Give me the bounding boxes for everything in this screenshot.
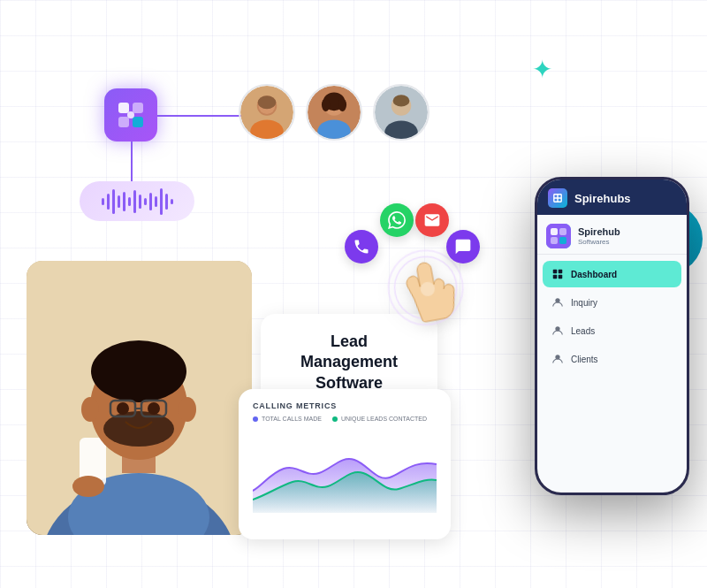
legend-dot-calls [253,416,258,422]
phone-header-logo-icon [548,188,567,208]
whatsapp-icon [380,203,414,237]
svg-rect-3 [133,117,143,127]
svg-rect-2 [118,117,129,127]
svg-rect-41 [559,228,566,235]
svg-rect-40 [551,228,558,235]
star-decoration: ✦ [532,57,552,82]
legend-item-calls: TOTAL CALLS MADE [253,416,322,422]
svg-point-32 [148,402,160,415]
email-icon [415,203,449,237]
svg-rect-39 [546,224,571,248]
sidebar-logo-sub: Softwares [578,238,620,246]
nav-label-inquiry: Inquiry [571,298,597,308]
avatars-row [239,84,430,141]
nav-label-dashboard: Dashboard [571,270,617,279]
svg-point-14 [322,98,330,111]
svg-rect-44 [553,270,558,274]
phone-header: Spirehubs [537,179,687,215]
svg-point-9 [258,95,277,109]
nav-item-leads[interactable]: Leads [543,317,681,344]
sidebar-logo-text: Spirehub [578,226,620,238]
legend-dot-leads [332,416,338,422]
svg-rect-46 [553,275,558,279]
svg-point-4 [127,111,134,118]
metrics-title: CALLING METRICS [253,401,437,410]
leads-icon [551,325,564,337]
phone-nav: Dashboard Inquiry [537,255,687,493]
nav-item-inquiry[interactable]: Inquiry [543,289,681,316]
svg-point-31 [117,402,129,415]
svg-rect-43 [559,237,566,244]
metrics-legend: TOTAL CALLS MADE UNIQUE LEADS CONTACTED [253,416,437,422]
svg-point-26 [91,340,186,402]
svg-point-34 [179,397,196,422]
phone-header-title: Spirehubs [574,192,631,205]
legend-item-leads: UNIQUE LEADS CONTACTED [332,416,427,422]
clients-icon [551,353,564,365]
avatar-2 [306,84,362,141]
avatar-3 [373,84,430,141]
voice-wave [80,181,194,221]
svg-rect-42 [551,237,558,244]
dashboard-icon [551,268,564,280]
svg-rect-45 [559,270,563,274]
metrics-card: CALLING METRICS TOTAL CALLS MADE UNIQUE … [239,389,451,539]
chat-icon [446,230,480,263]
float-icons-container [345,203,460,292]
nav-item-clients[interactable]: Clients [543,346,681,372]
nav-item-dashboard[interactable]: Dashboard [543,261,681,287]
person-photo [27,261,252,535]
svg-point-19 [393,95,410,106]
svg-point-35 [72,476,104,497]
phone-screen: Spirehubs [537,179,687,493]
logo-icon [104,88,157,141]
svg-rect-1 [133,103,143,113]
avatar-1 [239,84,295,141]
nav-label-clients: Clients [571,355,598,364]
svg-rect-47 [559,275,563,279]
svg-point-15 [338,98,346,111]
svg-point-33 [81,397,99,422]
svg-rect-0 [118,103,129,113]
legend-label-calls: TOTAL CALLS MADE [262,416,322,422]
sidebar-logo-icon [546,224,571,248]
phone-sidebar-logo: Spirehub Softwares [537,215,687,255]
phone-mockup: Spirehubs [535,177,689,495]
chart-area [253,429,437,517]
phone-icon [345,230,378,263]
inquiry-icon [551,296,564,309]
nav-label-leads: Leads [571,326,595,336]
legend-label-leads: UNIQUE LEADS CONTACTED [341,416,427,422]
